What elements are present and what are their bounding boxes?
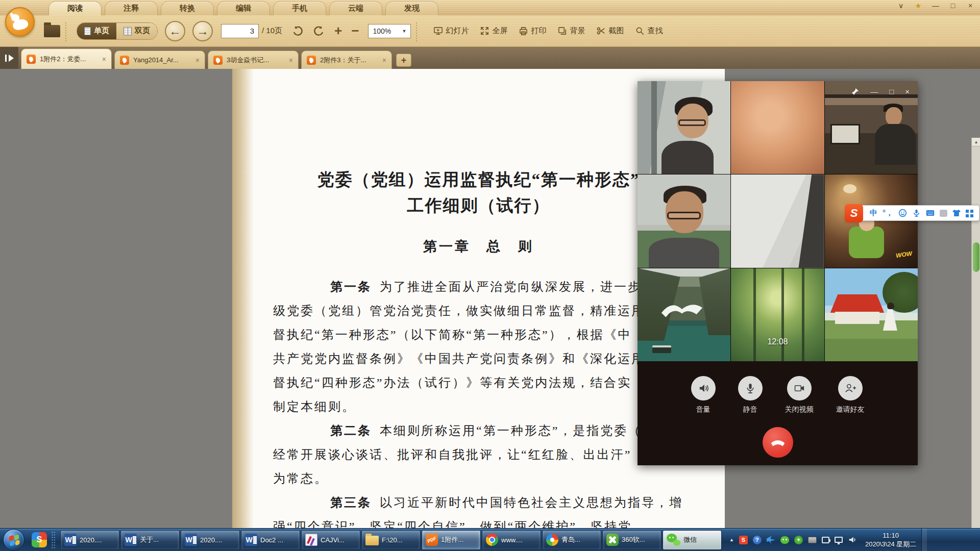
- task-360-software[interactable]: 360软...: [602, 530, 662, 550]
- scrollbar-thumb[interactable]: [973, 242, 979, 272]
- close-tab-icon[interactable]: ×: [195, 56, 200, 64]
- menu-tab-discover[interactable]: 发现: [385, 1, 438, 15]
- task-pdf-reader[interactable]: PDF 1附件...: [422, 530, 481, 550]
- start-button[interactable]: [3, 529, 24, 550]
- video-tile-8[interactable]: 12:08: [731, 268, 824, 361]
- single-page-label: 单页: [94, 26, 109, 36]
- collapse-toolbar-icon[interactable]: ∨: [896, 2, 905, 10]
- taskbar-clock[interactable]: 11:10 2020\3\24 星期二: [865, 531, 916, 548]
- zoom-in-button[interactable]: +: [334, 23, 342, 39]
- video-tile-9[interactable]: [825, 268, 918, 361]
- handwriting-icon[interactable]: [940, 210, 947, 217]
- network-tray-icon[interactable]: [835, 537, 843, 543]
- zoom-level-select[interactable]: 100% ▼: [368, 24, 411, 38]
- doc-tab-2[interactable]: Yang2014_Ar... ×: [114, 51, 205, 69]
- mute-button[interactable]: 静音: [738, 376, 763, 414]
- task-cajviewer[interactable]: CAJVi...: [301, 530, 360, 550]
- doc-tab-1[interactable]: 1附件2：党委... ×: [21, 48, 112, 69]
- battery-tray-icon[interactable]: [822, 537, 829, 543]
- new-tab-button[interactable]: +: [396, 54, 411, 67]
- speaker-tray-icon[interactable]: [848, 535, 857, 544]
- previous-page-button[interactable]: ←: [165, 21, 185, 41]
- sogou-ime-toolbar: S 中 °，: [846, 205, 979, 221]
- voice-input-icon[interactable]: [912, 209, 921, 217]
- help-tray-icon[interactable]: ?: [753, 536, 762, 544]
- pin-icon[interactable]: [851, 88, 859, 95]
- task-word-2[interactable]: W 关于...: [120, 530, 180, 550]
- sogou-logo-icon[interactable]: S: [845, 204, 863, 222]
- task-label: Doc2 ...: [260, 536, 283, 544]
- soft-keyboard-icon[interactable]: [926, 209, 935, 217]
- doc-tab-3[interactable]: 3胡金焱书记... ×: [208, 51, 299, 69]
- bird-tray-icon[interactable]: [767, 536, 775, 544]
- open-file-button[interactable]: [44, 25, 60, 37]
- video-tile-7[interactable]: [638, 268, 730, 361]
- task-wechat[interactable]: 微信: [663, 530, 722, 550]
- next-page-button[interactable]: →: [192, 21, 213, 41]
- fullscreen-button[interactable]: 全屏: [480, 26, 507, 36]
- scroll-up-arrow-icon[interactable]: ▲: [972, 138, 980, 146]
- sogou-pinyin-taskbar-icon[interactable]: S: [32, 532, 47, 547]
- background-button[interactable]: 背景: [557, 26, 585, 36]
- close-button[interactable]: ×: [966, 2, 975, 10]
- task-word-4[interactable]: W Doc2 ...: [241, 530, 300, 550]
- roof-shape: [830, 294, 885, 313]
- menu-tab-mobile[interactable]: 手机: [273, 1, 326, 15]
- toolbox-icon[interactable]: [966, 210, 969, 213]
- menu-tab-edit[interactable]: 编辑: [217, 1, 270, 15]
- task-word-3[interactable]: W 2020....: [181, 530, 240, 550]
- print-button[interactable]: 打印: [519, 26, 546, 36]
- show-desktop-button[interactable]: [921, 529, 927, 551]
- slideshow-button[interactable]: 幻灯片: [433, 26, 469, 36]
- page-number-input[interactable]: [221, 24, 259, 38]
- doc-tab-4[interactable]: 2附件3：关于... ×: [301, 51, 392, 69]
- redo-button[interactable]: [313, 25, 325, 37]
- volume-button[interactable]: 音量: [691, 376, 716, 414]
- show-hidden-icons-button[interactable]: ▲: [729, 537, 734, 542]
- vertical-scrollbar[interactable]: ▲: [971, 138, 980, 551]
- close-tab-icon[interactable]: ×: [289, 56, 293, 64]
- zoom-out-button[interactable]: −: [351, 23, 359, 39]
- undo-button[interactable]: [291, 25, 304, 37]
- hang-up-button[interactable]: [763, 427, 793, 458]
- video-tile-4[interactable]: [638, 174, 730, 267]
- menu-tab-annotate[interactable]: 注释: [105, 1, 158, 15]
- maximize-icon[interactable]: □: [889, 87, 894, 96]
- video-tile-2[interactable]: [731, 81, 824, 174]
- sogou-tray-icon[interactable]: S: [739, 536, 748, 544]
- task-browser-360[interactable]: 青岛...: [542, 530, 601, 550]
- emoji-icon[interactable]: [898, 209, 907, 217]
- invite-friends-button[interactable]: 邀请好友: [836, 376, 865, 414]
- single-page-button[interactable]: 单页: [77, 23, 116, 39]
- chinese-mode-icon[interactable]: 中: [870, 208, 877, 218]
- minimize-icon[interactable]: —: [870, 87, 878, 96]
- skin-icon[interactable]: [952, 210, 961, 216]
- close-tab-icon[interactable]: ×: [382, 56, 386, 64]
- menu-tab-cloud[interactable]: 云端: [329, 1, 382, 15]
- antivirus-tray-icon[interactable]: +: [794, 536, 803, 544]
- menu-tab-convert[interactable]: 转换: [161, 1, 214, 15]
- task-chrome[interactable]: www....: [482, 530, 541, 550]
- monitor-shape: [830, 124, 860, 144]
- close-tab-icon[interactable]: ×: [102, 55, 106, 63]
- maximize-button[interactable]: □: [948, 2, 958, 10]
- find-button[interactable]: 查找: [635, 26, 663, 36]
- sidebar-toggle-button[interactable]: [0, 47, 18, 69]
- video-tile-6[interactable]: WOW: [825, 174, 918, 267]
- task-explorer-folder[interactable]: F:\20...: [361, 530, 421, 550]
- close-video-button[interactable]: 关闭视频: [785, 376, 814, 414]
- minimize-button[interactable]: —: [931, 2, 940, 10]
- touchpad-tray-icon[interactable]: [808, 537, 817, 543]
- video-tile-5[interactable]: [731, 174, 824, 267]
- wechat-tray-icon[interactable]: [780, 536, 789, 544]
- double-page-button[interactable]: 双页: [116, 23, 157, 39]
- task-word-1[interactable]: W 2020....: [60, 530, 119, 550]
- tree-shape: [753, 268, 756, 361]
- menu-tab-read[interactable]: 阅读: [48, 1, 102, 15]
- punctuation-mode-icon[interactable]: °，: [883, 208, 893, 218]
- vip-promo-icon[interactable]: ★: [914, 2, 923, 10]
- video-tile-1[interactable]: [638, 81, 730, 174]
- jisu-pdf-logo-icon[interactable]: [5, 7, 35, 37]
- screenshot-button[interactable]: 截图: [596, 26, 624, 36]
- close-icon[interactable]: ×: [905, 87, 910, 96]
